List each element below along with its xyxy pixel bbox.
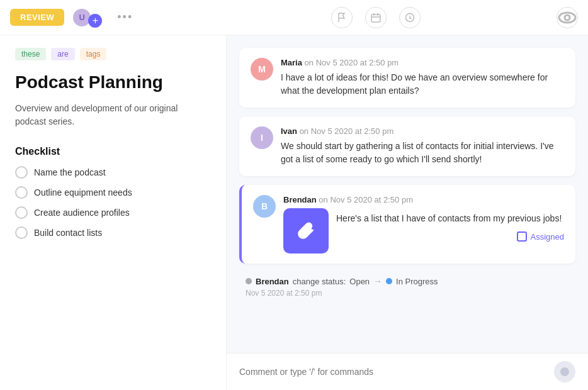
- send-icon: [560, 367, 570, 377]
- assigned-label: Assigned: [531, 232, 564, 242]
- clock-icon-button[interactable]: [399, 7, 421, 28]
- tags-row: these are tags: [15, 48, 211, 60]
- comment-brendan: B Brendan on Nov 5 2020 at 2:50 pm: [239, 185, 575, 264]
- status-to: In Progress: [396, 277, 438, 286]
- checklist-item-4[interactable]: Build contact lists: [15, 226, 211, 239]
- svg-rect-0: [371, 14, 380, 22]
- toolbar: REVIEW U + •••: [0, 0, 588, 35]
- svg-point-4: [560, 367, 569, 376]
- assigned-row: Assigned: [336, 231, 564, 242]
- comment-input[interactable]: [239, 367, 548, 377]
- checklist-item-2[interactable]: Outline equipment needs: [15, 186, 211, 199]
- add-member-button[interactable]: +: [88, 14, 102, 28]
- comments-area: M Maria on Nov 5 2020 at 2:50 pm I have …: [227, 35, 588, 353]
- review-button[interactable]: REVIEW: [10, 9, 64, 26]
- checkbox-1[interactable]: [15, 166, 28, 179]
- brendan-message: Here's a list that I have of contacts fr…: [336, 212, 564, 225]
- toolbar-left: REVIEW U + •••: [10, 8, 237, 28]
- comment-text-maria: I have a lot of ideas for this! Do we ha…: [281, 71, 564, 98]
- comment-header-maria: Maria on Nov 5 2020 at 2:50 pm: [281, 58, 564, 67]
- comment-maria: M Maria on Nov 5 2020 at 2:50 pm I have …: [239, 48, 575, 108]
- status-prefix: change status:: [293, 277, 346, 286]
- avatar-ivan: I: [251, 126, 273, 149]
- checklist-label-2: Outline equipment needs: [34, 187, 132, 198]
- status-timestamp: Nov 5 2020 at 2:50 pm: [246, 289, 569, 298]
- avatar-maria: M: [251, 58, 273, 81]
- comment-author-maria: Maria: [281, 58, 302, 67]
- checklist-item-1[interactable]: Name the podcast: [15, 166, 211, 179]
- comment-ivan: I Ivan on Nov 5 2020 at 2:50 pm We shoul…: [239, 116, 575, 176]
- brendan-content: Brendan on Nov 5 2020 at 2:50 pm: [283, 195, 564, 254]
- status-dot-open: [246, 278, 252, 284]
- checkbox-4[interactable]: [15, 226, 28, 239]
- checklist-label-3: Create audience profiles: [34, 208, 130, 218]
- status-row: Brendan change status: Open → In Progres…: [246, 276, 569, 286]
- toolbar-center: [237, 7, 515, 28]
- eye-icon-button[interactable]: [557, 7, 578, 28]
- brendan-msg-area: Here's a list that I have of contacts fr…: [336, 208, 564, 242]
- tag-tags[interactable]: tags: [80, 48, 107, 60]
- comment-text-ivan: We should start by gathering a list of c…: [281, 140, 564, 166]
- comment-author-brendan: Brendan: [283, 195, 317, 204]
- status-from: Open: [349, 277, 370, 286]
- status-change: Brendan change status: Open → In Progres…: [239, 272, 575, 301]
- checklist-heading: Checklist: [15, 146, 211, 157]
- comment-author-ivan: Ivan: [281, 126, 297, 136]
- status-author: Brendan: [256, 277, 289, 286]
- more-button[interactable]: •••: [117, 11, 133, 24]
- checklist-item-3[interactable]: Create audience profiles: [15, 206, 211, 219]
- checkbox-2[interactable]: [15, 186, 28, 199]
- left-panel: these are tags Podcast Planning Overview…: [0, 35, 227, 390]
- toolbar-right: [515, 7, 578, 28]
- checklist-label-1: Name the podcast: [34, 167, 106, 177]
- svg-point-3: [565, 15, 570, 20]
- page-title: Podcast Planning: [15, 72, 211, 93]
- comment-body-maria: Maria on Nov 5 2020 at 2:50 pm I have a …: [281, 58, 564, 98]
- paperclip-icon: [297, 222, 315, 240]
- comment-ts-maria: on Nov 5 2020 at 2:50 pm: [305, 58, 399, 67]
- status-dot-inprogress: [386, 278, 392, 284]
- svg-point-2: [559, 13, 575, 23]
- calendar-icon-button[interactable]: [365, 7, 387, 28]
- tag-these[interactable]: these: [15, 48, 46, 60]
- assigned-checkbox[interactable]: [517, 231, 527, 242]
- comment-timestamp-brendan: on Nov 5 2020 at 2:50 pm: [319, 195, 413, 204]
- flag-icon-button[interactable]: [331, 7, 353, 28]
- avatar-brendan: B: [253, 195, 276, 218]
- main-content: these are tags Podcast Planning Overview…: [0, 35, 588, 390]
- comment-header-ivan: Ivan on Nov 5 2020 at 2:50 pm: [281, 126, 564, 136]
- comment-body-ivan: Ivan on Nov 5 2020 at 2:50 pm We should …: [281, 126, 564, 166]
- checkbox-3[interactable]: [15, 206, 28, 219]
- comment-input-area: [227, 353, 588, 390]
- avatar-group: U +: [72, 8, 102, 28]
- right-panel: M Maria on Nov 5 2020 at 2:50 pm I have …: [227, 35, 588, 390]
- checklist-label-4: Build contact lists: [34, 228, 102, 238]
- arrow-right-icon: →: [373, 276, 382, 286]
- tag-are[interactable]: are: [51, 48, 74, 60]
- comment-header-brendan: Brendan on Nov 5 2020 at 2:50 pm: [283, 195, 564, 204]
- checklist: Name the podcast Outline equipment needs…: [15, 166, 211, 239]
- comment-timestamp-ivan: on Nov 5 2020 at 2:50 pm: [300, 126, 394, 136]
- send-button[interactable]: [554, 361, 575, 382]
- page-description: Overview and development of our original…: [15, 102, 211, 128]
- brendan-card-inner: B Brendan on Nov 5 2020 at 2:50 pm: [242, 185, 575, 264]
- attachment-block[interactable]: [283, 208, 329, 254]
